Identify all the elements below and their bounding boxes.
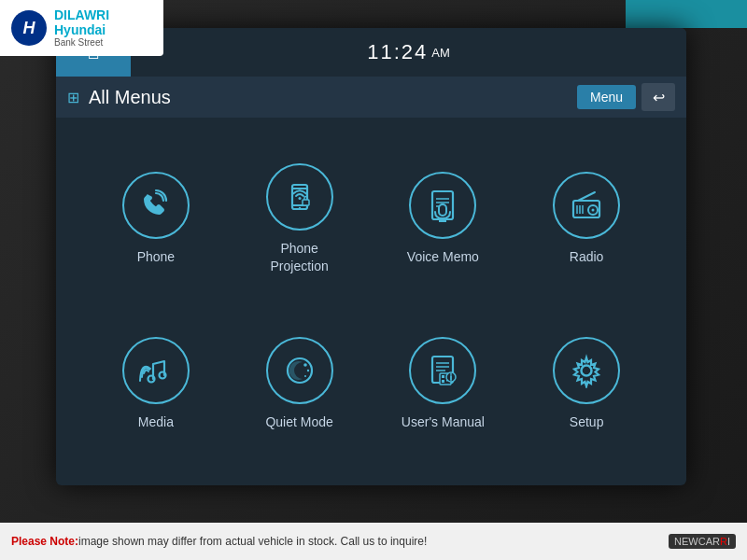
media-icon: [138, 353, 174, 388]
note-bar: Please Note: image shown may differ from…: [0, 523, 747, 560]
note-bold: Please Note:: [11, 535, 78, 548]
svg-line-14: [578, 192, 595, 201]
voice-memo-label: Voice Memo: [407, 248, 479, 265]
svg-point-25: [304, 375, 306, 377]
phone-label: Phone: [137, 248, 175, 265]
svg-rect-5: [303, 200, 309, 205]
clock-ampm: AM: [431, 46, 450, 60]
phone-projection-icon: [282, 179, 317, 215]
radio-icon: [569, 188, 604, 223]
grid-icon: ⊞: [67, 89, 79, 106]
phone-icon: [139, 189, 173, 222]
svg-point-4: [298, 197, 301, 200]
apps-grid: Phone PhonePro: [56, 118, 686, 485]
menu-item-setup[interactable]: Setup: [514, 301, 658, 467]
menu-item-quiet-mode[interactable]: Quiet Mode: [228, 301, 372, 467]
svg-point-3: [298, 207, 300, 209]
phone-projection-label: PhoneProjection: [270, 240, 328, 273]
infotainment-screen: ⌂ 11:24 AM ⊞ All Menus Menu ↩: [56, 28, 686, 485]
svg-point-20: [148, 376, 154, 383]
brand-name: DILAWRI Hyundai: [54, 8, 152, 37]
voice-memo-icon-circle: [409, 172, 476, 239]
svg-point-38: [450, 374, 452, 376]
svg-point-39: [582, 366, 592, 376]
svg-rect-31: [442, 375, 444, 378]
radio-icon-circle: [553, 172, 620, 239]
svg-rect-10: [439, 204, 446, 216]
note-text: image shown may differ from actual vehic…: [78, 535, 427, 548]
menu-item-phone[interactable]: Phone: [84, 136, 228, 301]
users-manual-icon-circle: [409, 337, 476, 404]
svg-point-23: [303, 364, 307, 368]
quiet-mode-label: Quiet Mode: [265, 413, 332, 430]
hyundai-logo-icon: H: [11, 10, 47, 46]
svg-point-24: [306, 370, 308, 371]
quiet-mode-icon-circle: [266, 337, 333, 404]
clock-area: 11:24 AM: [131, 40, 686, 64]
menu-bar: ⊞ All Menus Menu ↩: [56, 77, 686, 118]
users-manual-label: User's Manual: [402, 413, 485, 430]
logo-text: DILAWRI Hyundai Bank Street: [54, 8, 152, 48]
menu-item-voice-memo[interactable]: Voice Memo: [372, 136, 515, 301]
all-menus-title: All Menus: [89, 87, 577, 108]
newcar-logo: NEWCARRI: [669, 534, 736, 549]
voice-memo-icon: [425, 188, 460, 223]
back-button[interactable]: ↩: [641, 83, 675, 111]
menu-item-users-manual[interactable]: User's Manual: [372, 301, 515, 467]
back-icon: ↩: [653, 89, 665, 106]
media-label: Media: [138, 413, 174, 430]
menu-item-media[interactable]: Media: [84, 301, 228, 467]
svg-rect-33: [442, 380, 444, 383]
dealership-location: Bank Street: [54, 37, 152, 48]
clock-display: 11:24: [367, 40, 428, 64]
menu-item-phone-projection[interactable]: PhoneProjection: [228, 136, 372, 301]
svg-point-21: [159, 372, 165, 379]
menu-item-radio[interactable]: Radio: [514, 136, 658, 301]
phone-projection-icon-circle: [266, 163, 333, 231]
media-icon-circle: [122, 337, 190, 404]
logo-bar: H DILAWRI Hyundai Bank Street: [0, 0, 163, 56]
svg-point-19: [592, 209, 595, 212]
radio-label: Radio: [570, 248, 604, 265]
menu-button[interactable]: Menu: [577, 85, 636, 109]
teal-accent: [626, 0, 747, 28]
setup-label: Setup: [570, 413, 604, 430]
phone-icon-circle: [122, 172, 190, 239]
setup-icon: [569, 353, 604, 388]
users-manual-icon: [425, 353, 460, 388]
setup-icon-circle: [553, 337, 620, 404]
quiet-mode-icon: [282, 353, 317, 388]
